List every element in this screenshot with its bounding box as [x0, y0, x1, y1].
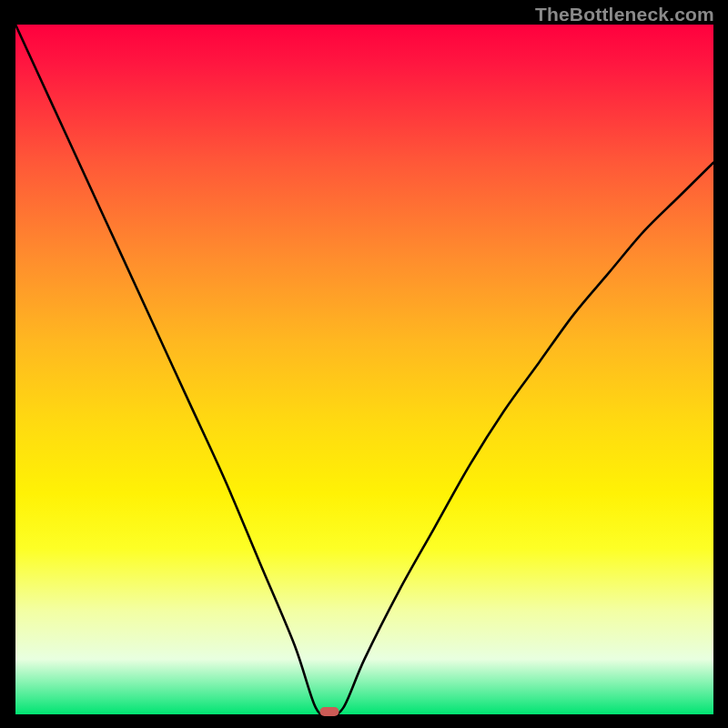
optimal-marker	[320, 707, 339, 716]
bottleneck-curve	[15, 25, 713, 714]
watermark-label: TheBottleneck.com	[535, 4, 714, 25]
chart-frame: TheBottleneck.com	[0, 0, 728, 728]
chart-plot-area	[15, 25, 713, 714]
